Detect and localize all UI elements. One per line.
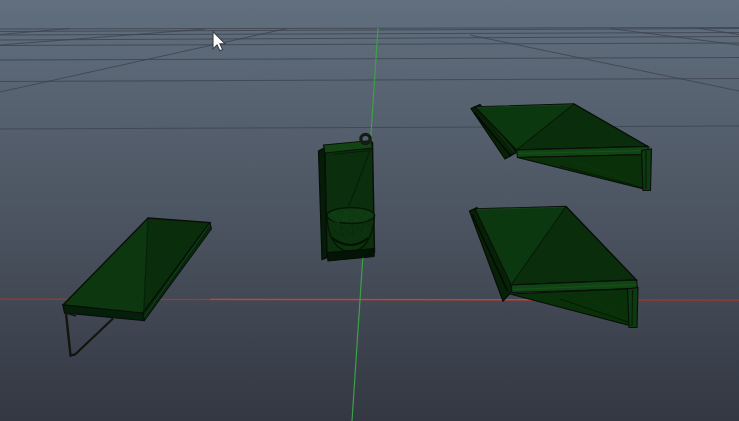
viewport-canvas[interactable] bbox=[0, 0, 739, 421]
object-wall-fountain-center[interactable] bbox=[319, 134, 375, 261]
slab2-end-cap-line bbox=[632, 290, 633, 326]
scene-svg bbox=[0, 0, 739, 421]
